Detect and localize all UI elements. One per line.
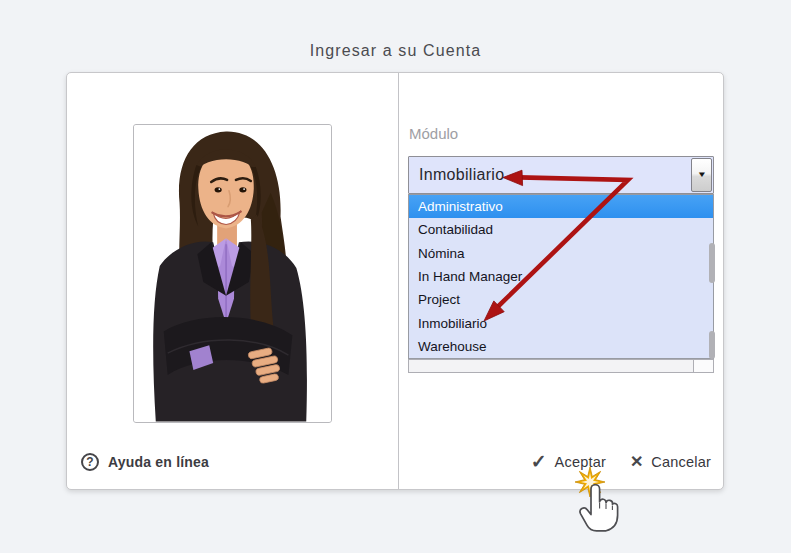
page-title: Ingresar a su Cuenta: [0, 42, 791, 60]
module-label: Módulo: [409, 125, 458, 142]
panel-divider: [398, 73, 399, 489]
help-link[interactable]: ? Ayuda en línea: [81, 453, 209, 471]
user-portrait-image: [134, 125, 331, 422]
help-label: Ayuda en línea: [108, 454, 209, 470]
dropdown-option[interactable]: In Hand Manager: [409, 265, 713, 288]
accept-label: Aceptar: [555, 454, 606, 470]
dropdown-option[interactable]: Project: [409, 288, 713, 311]
dropdown-option[interactable]: Contabilidad: [409, 218, 713, 241]
scrollbar-corner: [693, 360, 713, 372]
scrollbar-fragment: [709, 243, 715, 283]
accept-button[interactable]: ✓ Aceptar: [531, 452, 606, 471]
dropdown-option[interactable]: Nómina: [409, 242, 713, 265]
question-icon: ?: [81, 453, 99, 471]
module-select[interactable]: Inmobiliario ▼: [408, 156, 714, 194]
module-selected-value: Inmobiliario: [419, 157, 504, 193]
dropdown-option[interactable]: Administrativo: [409, 195, 713, 218]
list-horizontal-scrollbar[interactable]: [408, 359, 714, 373]
check-icon: ✓: [531, 452, 547, 471]
hand-pointer-icon: [580, 485, 618, 531]
cancel-label: Cancelar: [651, 454, 711, 470]
login-panel: Módulo Inmobiliario ▼ Administrativo Con…: [66, 72, 724, 490]
dropdown-option[interactable]: Inmobiliario: [409, 311, 713, 334]
module-dropdown-list: Administrativo Contabilidad Nómina In Ha…: [408, 194, 714, 359]
action-buttons: ✓ Aceptar ✕ Cancelar: [531, 452, 711, 471]
scrollbar-fragment: [709, 331, 715, 359]
user-photo: [133, 124, 332, 423]
cancel-button[interactable]: ✕ Cancelar: [630, 454, 711, 470]
x-icon: ✕: [630, 454, 643, 470]
chevron-down-icon: ▼: [696, 171, 706, 179]
dropdown-option[interactable]: Warehouse: [409, 335, 713, 358]
dropdown-button[interactable]: ▼: [691, 158, 712, 192]
